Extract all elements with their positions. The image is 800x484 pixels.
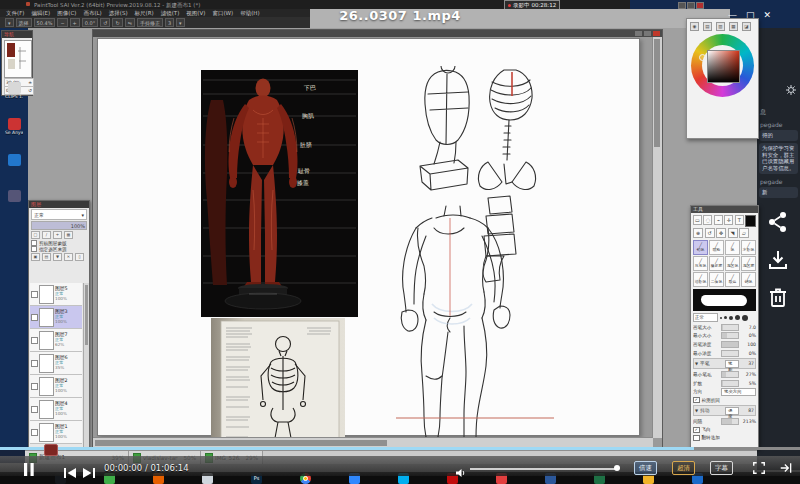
size-preset-3[interactable] — [729, 316, 733, 320]
brush-3[interactable]: ╱水彩笔 — [741, 240, 756, 255]
next-button[interactable] — [83, 463, 95, 482]
chat-message[interactable]: 为保护学习资料安全，群主已设置隐藏用户名等信息。 — [759, 143, 798, 174]
layer-visibility-checkbox[interactable] — [31, 429, 38, 436]
gear-icon[interactable] — [785, 84, 797, 96]
size-preset-5[interactable] — [742, 315, 748, 321]
zoom-value-box[interactable]: 50.4% — [34, 18, 56, 27]
brush-9[interactable]: ╱二值笔 — [709, 272, 724, 287]
next-panel-icon[interactable] — [779, 460, 793, 479]
quality-button[interactable]: 超清 — [672, 461, 695, 475]
sai-minimize-button[interactable] — [678, 2, 686, 9]
layer-visibility-checkbox[interactable] — [31, 314, 38, 321]
setting-slider[interactable] — [721, 371, 739, 378]
section-dropdown[interactable]: 笔刷 — [725, 360, 739, 368]
special-tool-icon[interactable]: ▱ — [739, 228, 749, 238]
desktop-app-icon[interactable] — [44, 444, 58, 456]
mixer-tab-icon[interactable]: ◪ — [742, 22, 751, 31]
chat-message[interactable]: 得的 — [759, 130, 798, 141]
layer-row-4[interactable]: 图层2正常100% — [30, 375, 82, 398]
setting-1[interactable]: 最小大小0% — [693, 332, 756, 341]
brush-1[interactable]: ╱喷枪 — [709, 240, 724, 255]
brush-blend-select[interactable]: 正常 — [693, 313, 718, 322]
wand-icon[interactable]: ⌁ — [714, 215, 723, 225]
menu-2[interactable]: 图像(C) — [57, 10, 76, 17]
setting-slider[interactable] — [721, 332, 739, 339]
player-close-button[interactable]: ✕ — [764, 11, 772, 20]
clear-icon[interactable]: ✕ — [64, 253, 73, 261]
canvas-minimize-button[interactable] — [635, 31, 642, 36]
setting-check-8[interactable]: ✓检测折回 — [693, 396, 756, 404]
menu-4[interactable]: 选择(S) — [109, 10, 128, 17]
trash-icon[interactable] — [766, 286, 790, 310]
layer-visibility-checkbox[interactable] — [31, 291, 38, 298]
chat-message[interactable]: 新 — [759, 187, 798, 198]
new-folder-icon[interactable]: ▤ — [42, 253, 51, 261]
rotate-ccw-button[interactable]: ↺ — [100, 18, 110, 27]
tool-dropdown[interactable]: ▾ — [5, 18, 14, 27]
layer-row-1[interactable]: 图层3正常100% — [30, 306, 82, 329]
menu-9[interactable]: 帮助(H) — [240, 10, 259, 17]
wheel-tab-icon[interactable]: ◉ — [690, 22, 699, 31]
canvas-close-button[interactable] — [653, 31, 660, 36]
setting-10[interactable]: 间隔213% — [693, 417, 756, 426]
brush-7[interactable]: ╱选区擦 — [741, 256, 756, 271]
desktop-icon-3[interactable] — [5, 190, 23, 202]
rotate-tool-icon[interactable]: ↺ — [705, 228, 715, 238]
stabilizer-value[interactable]: 3 — [165, 18, 174, 27]
setting-6[interactable]: 扩散5% — [693, 379, 756, 388]
move-icon[interactable]: ✛ — [724, 215, 733, 225]
layer-visibility-checkbox[interactable] — [31, 337, 38, 344]
lasso-icon[interactable]: ◌ — [703, 215, 712, 225]
size-preset-4[interactable] — [735, 315, 740, 320]
layer-row-6[interactable]: 图层1正常100% — [30, 421, 82, 444]
saturation-value-square[interactable] — [707, 50, 740, 83]
move-lock-icon[interactable]: + — [53, 231, 62, 239]
merge-icon[interactable]: ▼ — [53, 253, 62, 261]
canvas-maximize-button[interactable] — [644, 31, 651, 36]
pen-lock-icon[interactable]: / — [42, 231, 51, 239]
setting-slider[interactable] — [721, 350, 739, 357]
desktop-icon-2[interactable] — [5, 154, 23, 166]
download-icon[interactable] — [766, 248, 790, 272]
layer-row-0[interactable]: 图层5正常100% — [30, 283, 82, 306]
menu-3[interactable]: 画布(L) — [83, 10, 101, 17]
fullscreen-icon[interactable] — [752, 460, 766, 479]
rotate-cw-button[interactable]: ↻ — [112, 18, 122, 27]
selection-source-checkbox[interactable]: 指定选区来源 — [31, 246, 87, 252]
canvas-window-titlebar[interactable] — [93, 30, 662, 37]
setting-dropdown[interactable]: 笔尖方向 — [721, 388, 756, 396]
size-preset-1[interactable] — [720, 317, 722, 319]
setting-check-11[interactable]: ✓飞白 — [693, 426, 756, 434]
swatch-tab-icon[interactable]: ▦ — [729, 22, 738, 31]
layer-row-3[interactable]: 图层6正常35% — [30, 352, 82, 375]
delete-layer-icon[interactable]: ▯ — [75, 253, 84, 261]
hsv-tab-icon[interactable]: ▥ — [716, 22, 725, 31]
size-preset-2[interactable] — [724, 316, 727, 319]
sai-maximize-button[interactable] — [687, 2, 695, 9]
section-dropdown[interactable]: 强度 — [725, 407, 739, 415]
hue-marker[interactable] — [699, 54, 706, 61]
navigator-thumbnail[interactable] — [4, 40, 32, 78]
setting-slider[interactable] — [721, 380, 739, 387]
menu-5[interactable]: 标尺(R) — [135, 10, 154, 17]
hand-tool-icon[interactable]: ✥ — [716, 228, 726, 238]
blend-mode-select[interactable]: 正常▾ — [31, 209, 87, 220]
setting-3[interactable]: 最小浓度0% — [693, 349, 756, 358]
brush-4[interactable]: ╱马克笔 — [693, 256, 708, 271]
speed-button[interactable]: 倍速 — [634, 461, 657, 475]
brush-2[interactable]: ╱笔 — [725, 240, 740, 255]
brush-6[interactable]: ╱选区笔 — [725, 256, 740, 271]
rect-select-icon[interactable]: ▭ — [693, 215, 702, 225]
new-layer-icon[interactable]: ▣ — [31, 253, 40, 261]
brush-8[interactable]: ╱油彩笔 — [693, 272, 708, 287]
layer-visibility-checkbox[interactable] — [31, 406, 38, 413]
setting-slider[interactable] — [721, 341, 739, 348]
brush-10[interactable]: ╱取色 — [725, 272, 740, 287]
setting-0[interactable]: 画笔大小7.0 — [693, 323, 756, 332]
text-tool-icon[interactable]: T — [735, 215, 744, 225]
sai-close-button[interactable] — [696, 2, 704, 9]
menu-0[interactable]: 文件(F) — [6, 10, 24, 17]
volume-knob[interactable] — [614, 465, 620, 471]
select-tool-box[interactable]: 选择 — [16, 18, 32, 27]
brush-5[interactable]: ╱橡皮擦 — [709, 256, 724, 271]
